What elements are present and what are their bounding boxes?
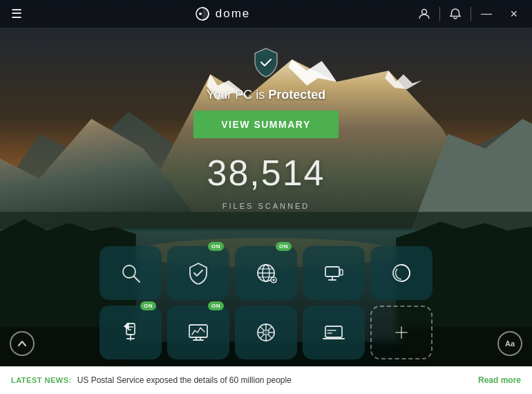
app-name: dome — [216, 7, 251, 21]
font-label: Aa — [505, 339, 515, 348]
files-count: 38,514 — [207, 152, 325, 194]
view-summary-button[interactable]: VIEW SUMMARY — [193, 111, 338, 138]
latest-news-label: LATEST NEWS: — [11, 376, 72, 384]
dome-logo-icon — [195, 6, 210, 21]
divider — [439, 7, 440, 21]
scroll-up-button[interactable] — [10, 331, 35, 356]
files-label: FILES SCANNED — [222, 202, 310, 210]
status-text: Your PC is Protected — [207, 88, 325, 102]
bottom-bar: LATEST NEWS: US Postal Service exposed t… — [0, 366, 532, 394]
close-button[interactable]: ✕ — [502, 1, 526, 26]
minimize-button[interactable]: — — [474, 1, 499, 26]
account-button[interactable] — [412, 1, 437, 26]
menu-button[interactable]: ☰ — [0, 6, 33, 21]
titlebar: ☰ dome — [0, 0, 532, 28]
status-section: Your PC is Protected VIEW SUMMARY 38,514… — [193, 28, 338, 210]
chevron-up-icon — [17, 338, 28, 349]
main-content: Your PC is Protected VIEW SUMMARY 38,514… — [0, 28, 532, 366]
notification-button[interactable] — [443, 1, 468, 26]
divider2 — [471, 7, 471, 21]
app-window: ☰ dome — [0, 0, 532, 394]
font-size-button[interactable]: Aa — [497, 331, 522, 356]
titlebar-controls: — ✕ — [412, 1, 532, 26]
app-logo: dome — [33, 6, 412, 21]
shield-container — [249, 45, 283, 79]
svg-point-19 — [422, 10, 427, 15]
read-more-link[interactable]: Read more — [478, 375, 521, 385]
main-shield-icon — [252, 47, 280, 77]
svg-point-18 — [199, 12, 202, 15]
news-text: US Postal Service exposed the details of… — [77, 375, 473, 385]
